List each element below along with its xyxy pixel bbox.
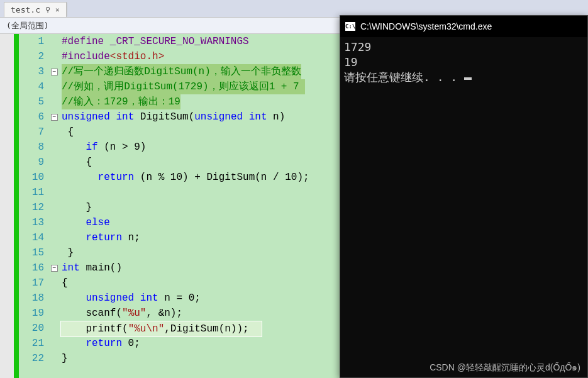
watermark-text: CSDN @轻轻敲醒沉睡的心灵d(ŐдŐ๑)	[430, 360, 580, 374]
line-number-gutter: 12345678910111213141516171819202122	[19, 34, 49, 378]
fold-toggle-icon[interactable]: −	[51, 265, 58, 272]
fold-toggle-icon[interactable]: −	[51, 114, 58, 121]
file-tab[interactable]: test.c ⚲ ✕	[4, 2, 67, 17]
console-title-text: C:\WINDOWS\system32\cmd.exe	[360, 21, 492, 31]
current-line-highlight: printf("%u\n",DigitSum(n));	[60, 321, 262, 337]
tab-divider	[67, 3, 67, 16]
cursor-icon	[464, 77, 472, 80]
pin-icon[interactable]: ⚲	[45, 6, 50, 14]
fold-toggle-icon[interactable]: −	[51, 69, 58, 75]
breakpoint-margin[interactable]	[0, 34, 14, 378]
fold-column[interactable]: − − −	[49, 34, 59, 378]
close-icon[interactable]: ✕	[55, 6, 60, 14]
tab-filename: test.c	[11, 5, 40, 14]
console-window[interactable]: C:\ C:\WINDOWS\system32\cmd.exe 1729 19 …	[340, 15, 588, 378]
scope-label: (全局范围)	[6, 20, 49, 31]
cmd-icon: C:\	[345, 22, 355, 31]
console-titlebar[interactable]: C:\ C:\WINDOWS\system32\cmd.exe	[340, 16, 587, 37]
console-output: 1729 19 请按任意键继续. . .	[340, 37, 587, 87]
change-indicator	[14, 34, 19, 378]
